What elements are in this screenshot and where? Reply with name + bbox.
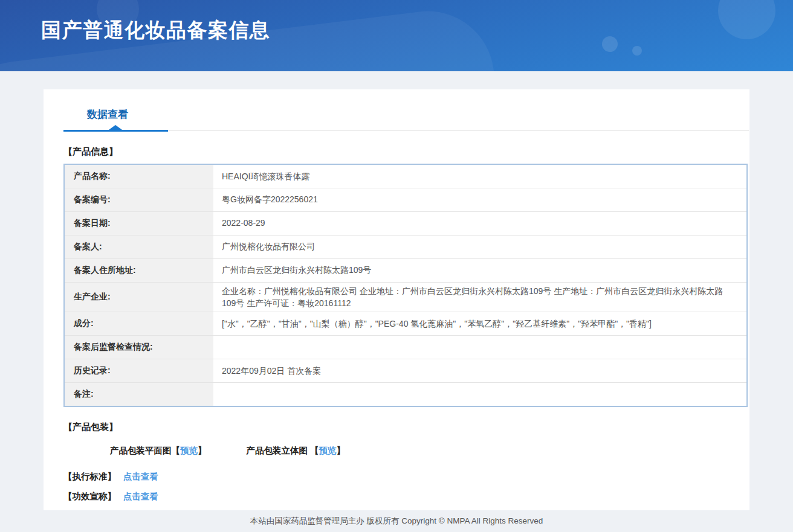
table-row: 备案人: 广州悦榕化妆品有限公司 [64,235,747,258]
packaging-heading: 【产品包装】 [63,421,749,433]
packaging-flat-label: 产品包装平面图 [110,446,172,455]
bracket-close: 】 [198,446,207,455]
bracket-close: 】 [337,446,346,455]
table-row: 备案日期: 2022-08-29 [64,211,747,235]
content-card: 数据查看 【产品信息】 产品名称: HEAIQI琦憶滚珠香体露 备案编号: 粤G… [44,89,749,510]
field-label: 生产企业: [64,282,213,312]
efficacy-row: 【功效宣称】点击查看 [63,491,749,502]
field-value: 2022-08-29 [213,211,747,235]
packaging-flat-item: 产品包装平面图【预览】 [110,445,207,457]
efficacy-view-link[interactable]: 点击查看 [123,492,158,501]
tab-active-indicator [63,130,168,132]
field-value: 粤G妆网备字2022256021 [213,188,747,211]
field-label: 备案人: [64,235,213,258]
bracket-open: 【 [310,446,319,455]
product-info-table: 产品名称: HEAIQI琦憶滚珠香体露 备案编号: 粤G妆网备字20222560… [63,164,748,407]
standard-row: 【执行标准】点击查看 [63,471,749,482]
table-row: 备案后监督检查情况: [64,336,747,359]
field-value: 广州悦榕化妆品有限公司 [213,235,747,258]
header-decoration [718,0,775,39]
efficacy-heading: 【功效宣称】 [63,492,116,501]
field-value: 广州市白云区龙归街永兴村陈太路109号 [213,258,747,282]
field-label: 备案人住所地址: [64,258,213,282]
field-label: 历史记录: [64,359,213,383]
packaging-flat-preview-link[interactable]: 预览 [180,446,198,455]
tab-data-view[interactable]: 数据查看 [87,107,128,121]
field-value: 2022年09月02日 首次备案 [213,359,747,383]
header-decoration [632,46,642,56]
field-label: 备案日期: [64,211,213,235]
table-row: 生产企业: 企业名称：广州悦榕化妆品有限公司 企业地址：广州市白云区龙归街永兴村… [64,282,747,312]
field-value: ["水"，"乙醇"，"甘油"，"山梨（糖）醇"，"PEG-40 氢化蓖麻油"，"… [213,312,747,336]
field-label: 备案编号: [64,188,213,211]
field-label: 产品名称: [64,164,213,188]
field-label: 成分: [64,312,213,336]
field-label: 备案后监督检查情况: [64,336,213,359]
packaging-links-row: 产品包装平面图【预览】 产品包装立体图 【预览】 [110,445,749,457]
table-row: 成分: ["水"，"乙醇"，"甘油"，"山梨（糖）醇"，"PEG-40 氢化蓖麻… [64,312,747,336]
packaging-solid-item: 产品包装立体图 【预览】 [247,445,346,457]
table-row: 备注: [64,383,747,406]
copyright-text: 本站由国家药品监督管理局主办 版权所有 Copyright © NMPA All… [250,516,543,527]
bracket-open: 【 [172,446,181,455]
table-row: 产品名称: HEAIQI琦憶滚珠香体露 [64,164,747,188]
standard-view-link[interactable]: 点击查看 [123,472,158,481]
tab-active-arrow-icon [109,125,122,130]
table-row: 备案人住所地址: 广州市白云区龙归街永兴村陈太路109号 [64,258,747,282]
page-title: 国产普通化妆品备案信息 [41,17,271,44]
product-info-heading: 【产品信息】 [63,146,749,158]
packaging-solid-label: 产品包装立体图 [247,446,311,455]
packaging-solid-preview-link[interactable]: 预览 [319,446,337,455]
field-value: 企业名称：广州悦榕化妆品有限公司 企业地址：广州市白云区龙归街永兴村陈太路109… [213,282,747,312]
table-row: 历史记录: 2022年09月02日 首次备案 [64,359,747,383]
field-value [213,336,747,359]
table-row: 备案编号: 粤G妆网备字2022256021 [64,188,747,211]
page-header: 国产普通化妆品备案信息 [0,0,793,71]
standard-heading: 【执行标准】 [63,472,116,481]
field-value [213,383,747,406]
field-value: HEAIQI琦憶滚珠香体露 [213,164,747,188]
field-label: 备注: [64,383,213,406]
tab-underline [63,130,749,132]
header-decoration [602,36,618,52]
page-footer: 本站由国家药品监督管理局主办 版权所有 Copyright © NMPA All… [0,510,793,532]
